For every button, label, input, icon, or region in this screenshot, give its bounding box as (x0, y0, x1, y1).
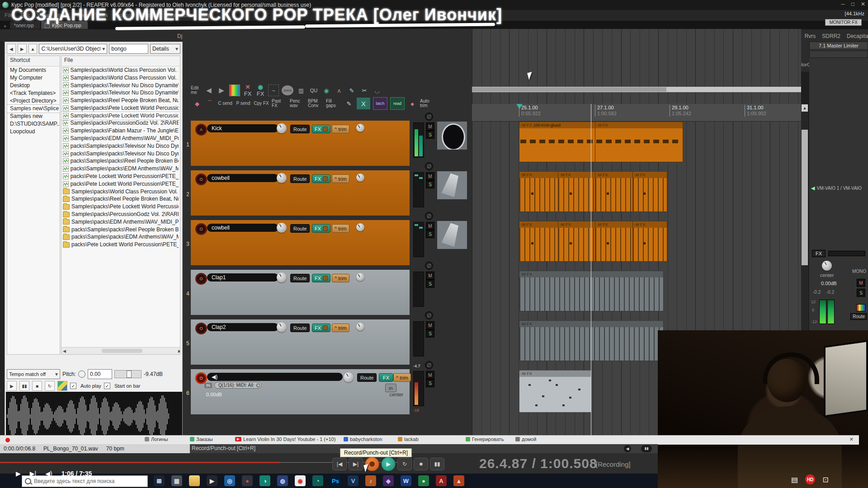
shortcut-column-header[interactable]: Shortcut (7, 56, 60, 66)
go-to-start-button[interactable]: |◀ (332, 458, 347, 470)
trim-button[interactable]: ^ trim (332, 324, 349, 332)
hscroll-right-arrow-icon[interactable]: ▶ (178, 349, 180, 353)
preview-stop-button[interactable]: ■ (32, 381, 42, 391)
route-button[interactable]: Route (357, 373, 377, 382)
route-button[interactable]: Route (290, 174, 310, 183)
route-nodes-icon[interactable]: ⋏ (334, 85, 344, 96)
volume-value[interactable]: 0.00dB (206, 392, 222, 397)
action-cpy-fx[interactable]: Cpy FX (254, 98, 269, 109)
mute-button[interactable]: M (426, 122, 434, 131)
overlay-close-button[interactable]: ✕ (849, 436, 854, 442)
file-item[interactable]: packs\Samples\packs\Televisor Nu Disco D… (61, 142, 180, 150)
shortcut-item[interactable]: <Project Directory> (7, 97, 60, 105)
master-solo-button[interactable]: S (857, 289, 865, 297)
solo-button[interactable]: S (426, 280, 434, 288)
file-item[interactable]: Samples\packs\World Class Percussion Vol… (61, 74, 180, 82)
volume-knob[interactable] (277, 173, 287, 183)
taskbar-app-icon-16[interactable]: ● (418, 475, 429, 486)
waveform-preview[interactable] (6, 392, 182, 441)
mute-button[interactable]: M (426, 371, 434, 379)
taskbar-app-icon-12[interactable]: V (348, 475, 359, 486)
pencil-icon[interactable]: ✎ (347, 85, 357, 96)
route-button[interactable]: Route (290, 274, 310, 282)
go-to-end-button[interactable]: ▶| (349, 458, 363, 470)
record-arm-button[interactable]: O (195, 174, 207, 185)
fx-button[interactable]: FX (312, 125, 330, 133)
video-play-icon[interactable]: ▶ (16, 470, 21, 477)
crossfade-icon[interactable]: X (357, 98, 370, 109)
file-item[interactable]: Samples\packs\PercussionGodz Vol. 2\RARE… (61, 211, 180, 218)
master-mono-label[interactable]: MONO (852, 269, 866, 274)
bookmark-item[interactable]: домой (515, 436, 536, 442)
taskbar-app-icon-5[interactable]: ◎ (224, 475, 235, 486)
fx-button[interactable]: FX (312, 324, 330, 332)
bookmark-item[interactable]: Логины (145, 436, 168, 442)
fx-button[interactable]: FX (379, 373, 393, 382)
taskbar-app-icon-14[interactable]: ◆ (383, 475, 394, 486)
explorer-search-input[interactable]: bongo (109, 44, 148, 54)
shortcut-item[interactable]: D:\STUDIO3\SAMP... (7, 120, 60, 128)
autoplay-checkbox[interactable]: ✓ (70, 383, 76, 389)
volume-slider[interactable] (114, 370, 142, 378)
file-item[interactable]: Samples\packs\Reel People Broken Beat, N… (61, 97, 180, 104)
file-item[interactable]: packs\Pete Lockett World Percussion\PETE… (61, 180, 180, 188)
hscroll-left-arrow-icon[interactable]: ◀ (63, 349, 66, 353)
file-item[interactable]: Samples\packs\Pete Lockett World Percuss… (61, 112, 180, 120)
taskbar-app-icon-17[interactable]: A (436, 475, 447, 486)
repeat-button[interactable]: ↻ (397, 458, 412, 470)
vscroll-up-arrow-icon[interactable]: ▲ (802, 104, 808, 112)
trim-button[interactable]: ^ trim (393, 373, 411, 382)
pan-knob[interactable] (356, 323, 364, 331)
track-row-2[interactable]: 2OcowbellRouteFX^ trimMS (187, 170, 472, 216)
tempo-match-select[interactable]: Tempo match off▾ (7, 369, 60, 379)
pan-knob[interactable] (356, 124, 364, 132)
shortcut-item[interactable]: Samples new\Splice (7, 105, 60, 113)
pan-knob[interactable] (356, 273, 364, 281)
fx-button[interactable]: FX (312, 224, 330, 233)
taskbar-app-icon-18[interactable]: ▲ (453, 475, 464, 486)
master-route-button[interactable]: Route (850, 313, 867, 320)
mini-player-icon[interactable]: ▤ (791, 475, 798, 484)
transport-position[interactable]: 26.4.87 / 1:00.508 (479, 456, 598, 471)
maximize-button[interactable]: □ (851, 1, 854, 7)
file-item[interactable]: packs\Samples\packs\Televisor Nu Disco D… (61, 150, 180, 158)
bookmark-item[interactable]: lackab (398, 436, 419, 442)
media-item[interactable]: ◦M FX (519, 221, 559, 262)
volume-knob[interactable] (277, 272, 287, 282)
input-quantize-pill[interactable]: Q(1/16): MIDI: All:▾ (214, 382, 262, 389)
solo-button[interactable]: S (426, 131, 434, 139)
route-button[interactable]: Route (290, 125, 310, 133)
action-p-send[interactable]: P send (236, 98, 251, 109)
video-volume-icon[interactable]: ◀) (45, 470, 52, 477)
phase-button[interactable]: ∅ (425, 162, 433, 170)
volume-knob[interactable] (277, 322, 287, 332)
file-item[interactable]: Samples\packs\Televisor Nu Disco Dynamit… (61, 82, 180, 89)
track-panel[interactable]: AKickRouteFX^ trim (191, 121, 410, 166)
item-marker-icon[interactable]: ◆ (192, 98, 202, 109)
fx-plugin-sdrr2[interactable]: SDRR2 (819, 32, 844, 40)
file-item[interactable]: packs\Pete Lockett World Percussion\PETE… (61, 173, 180, 180)
track-name[interactable]: cowbell (207, 224, 278, 232)
color-swatch-icon[interactable] (229, 84, 240, 96)
pause-button[interactable]: ▮▮ (430, 458, 444, 470)
record-arm-button[interactable]: O (195, 323, 207, 334)
next-icon[interactable]: ▶ (217, 85, 226, 96)
file-item[interactable]: packs\Samples\packs\Reel People Broken B… (61, 226, 180, 234)
play-button[interactable]: ▶ (381, 457, 396, 471)
fx-power-icon[interactable] (323, 226, 328, 231)
action-c-send[interactable]: C send (217, 98, 233, 109)
explorer-back-button[interactable]: ◀ (7, 44, 16, 54)
shortcut-item[interactable]: My Computer (7, 74, 60, 82)
trim-button[interactable]: ^ trim (332, 274, 349, 282)
preview-loop-button[interactable]: ↻ (45, 381, 55, 391)
explorer-view-select[interactable]: Details▾ (150, 44, 180, 54)
mute-button[interactable]: M (426, 222, 434, 230)
close-button[interactable]: ✕ (861, 1, 865, 7)
phase-button[interactable]: ∅ (425, 212, 433, 220)
media-item[interactable]: ◦M FX (519, 370, 592, 413)
bookmark-item[interactable]: babycharkston (344, 436, 382, 442)
envelope-points-icon[interactable]: ⌒ (205, 98, 215, 109)
master-fx-slot[interactable]: 7.1 Master Limiter (809, 42, 868, 50)
trim-button[interactable]: ^ trim (332, 174, 349, 183)
phase-button[interactable]: ∅ (425, 113, 433, 121)
